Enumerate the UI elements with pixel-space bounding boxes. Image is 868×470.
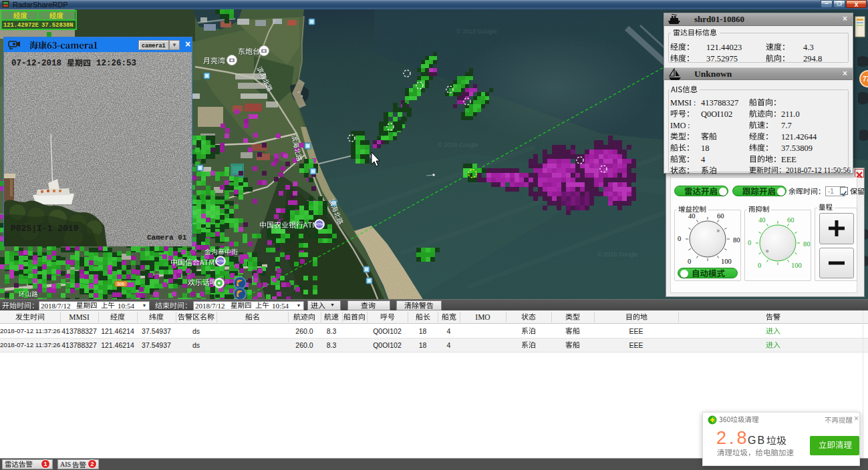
svg-text:© 2018 Google: © 2018 Google xyxy=(597,251,638,258)
svg-text:ATM: ATM xyxy=(315,222,323,226)
svg-text:© 2018 Google: © 2018 Google xyxy=(438,142,478,148)
svg-text:ATM: ATM xyxy=(216,259,225,263)
svg-text:© 2018 Google: © 2018 Google xyxy=(456,28,497,35)
svg-text:306: 306 xyxy=(117,282,124,286)
